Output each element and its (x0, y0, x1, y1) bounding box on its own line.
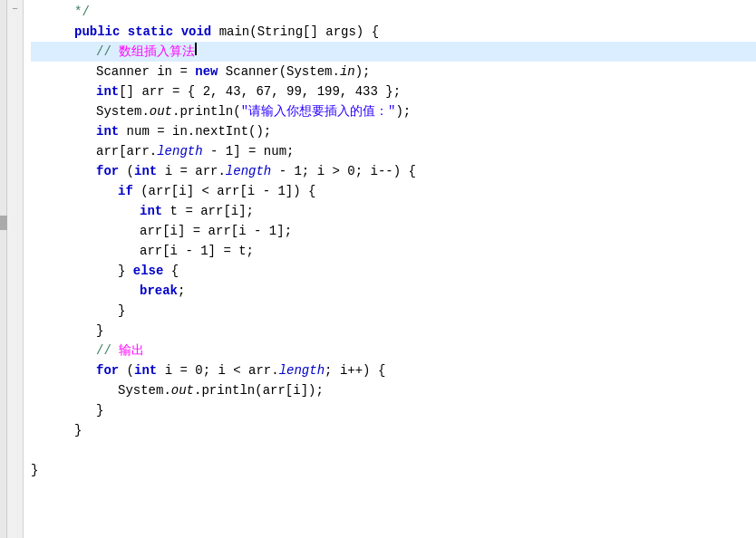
left-margin-bar (0, 0, 7, 538)
code-line: arr[arr.length - 1] = num; (31, 141, 756, 161)
code-line (31, 440, 756, 460)
token-plain: (arr[i] < arr[i - 1]) { (141, 181, 315, 201)
token-kw: for (96, 161, 127, 181)
code-line: for (int i = 0; i < arr.length; i++) { (31, 360, 756, 380)
token-comment: // (96, 42, 119, 62)
token-kw: int (96, 82, 119, 101)
code-line: arr[i - 1] = t; (31, 241, 756, 261)
token-plain: arr[arr. (96, 141, 157, 161)
code-line: } (31, 301, 756, 321)
code-line: int t = arr[i]; (31, 201, 756, 221)
code-line: Scanner in = new Scanner(System.in); (31, 62, 756, 82)
token-italic-blue: length (226, 161, 271, 181)
token-italic: out (150, 101, 172, 121)
code-line: for (int i = arr.length - 1; i > 0; i--)… (31, 161, 756, 181)
token-plain: arr[i - 1] = t; (140, 241, 254, 261)
token-plain: t = arr[i]; (170, 201, 254, 221)
code-line: } (31, 321, 756, 341)
code-area[interactable]: */public static void main(String[] args)… (24, 0, 756, 538)
token-plain: } (96, 321, 103, 341)
token-plain: ; i++) { (325, 360, 385, 380)
token-italic-blue: length (279, 360, 325, 380)
token-plain: System. (118, 380, 171, 400)
code-gutter: − (7, 0, 24, 538)
token-italic: out (171, 380, 194, 400)
token-plain: ; (178, 281, 185, 301)
token-italic: in (340, 62, 355, 82)
code-line: System.out.println("请输入你想要插入的值："); (31, 101, 756, 121)
code-line: } (31, 460, 756, 480)
token-kw: void (181, 22, 219, 42)
token-plain: Scanner (96, 62, 150, 82)
token-kw: if (118, 181, 141, 201)
token-kw: else (133, 261, 171, 281)
token-plain: i = arr. (165, 161, 226, 181)
token-kw: for (96, 360, 127, 380)
token-kw: int (96, 121, 127, 141)
token-plain: } (96, 400, 103, 420)
token-plain: ); (355, 62, 371, 82)
token-plain: } (31, 460, 38, 480)
token-plain: { (171, 261, 179, 281)
token-italic-blue: length (157, 141, 202, 161)
token-plain: ); (395, 101, 411, 121)
code-line: break; (31, 281, 756, 301)
token-plain: main(String[] args) { (219, 22, 379, 42)
code-line: */ (31, 2, 756, 22)
token-kw: int (134, 360, 165, 380)
token-plain: in = (150, 62, 195, 82)
token-plain: - 1; i > 0; i--) { (271, 161, 416, 181)
token-plain: System. (96, 101, 150, 121)
code-line: public static void main(String[] args) { (31, 22, 756, 42)
code-line: if (arr[i] < arr[i - 1]) { (31, 181, 756, 201)
code-line: int[] arr = { 2, 43, 67, 99, 199, 433 }; (31, 82, 756, 101)
token-string: "请输入你想要插入的值：" (241, 101, 396, 121)
token-plain: i = 0; i < arr. (165, 360, 279, 380)
token-plain: arr[i] = arr[i - 1]; (140, 221, 292, 241)
token-kw: break (140, 281, 178, 301)
token-comment: // (96, 341, 119, 360)
token-comment-chinese: 数组插入算法 (119, 42, 195, 62)
code-line: } (31, 420, 756, 440)
code-line: // 数组插入算法 (31, 42, 756, 62)
token-plain: [] arr = { 2, 43, 67, 99, 199, 433 }; (119, 82, 401, 101)
token-plain: - 1] = num; (203, 141, 295, 161)
editor-container: − */public static void main(String[] arg… (0, 0, 756, 538)
token-kw: int (134, 161, 165, 181)
token-plain: Scanner(System. (226, 62, 340, 82)
token-kw: static (128, 22, 181, 42)
token-plain: ( (127, 360, 134, 380)
token-plain: } (118, 261, 133, 281)
token-kw: int (140, 201, 170, 221)
token-plain: .println(arr[i]); (194, 380, 324, 400)
token-kw: public (74, 22, 128, 42)
breakpoint-icon (0, 216, 7, 230)
code-line: System.out.println(arr[i]); (31, 380, 756, 400)
token-plain: } (118, 301, 125, 321)
token-plain: ( (127, 161, 134, 181)
code-line: } (31, 400, 756, 420)
code-line: arr[i] = arr[i - 1]; (31, 221, 756, 241)
token-kw: new (195, 62, 226, 82)
text-cursor (195, 43, 197, 55)
token-comment-chinese: 输出 (119, 341, 144, 360)
code-line: } else { (31, 261, 756, 281)
token-comment: */ (74, 2, 90, 22)
token-plain: .println( (172, 101, 241, 121)
token-plain: } (74, 420, 82, 440)
code-line: // 输出 (31, 341, 756, 360)
fold-icon[interactable]: − (12, 2, 18, 18)
token-plain: num = in.nextInt(); (127, 121, 272, 141)
code-line: int num = in.nextInt(); (31, 121, 756, 141)
